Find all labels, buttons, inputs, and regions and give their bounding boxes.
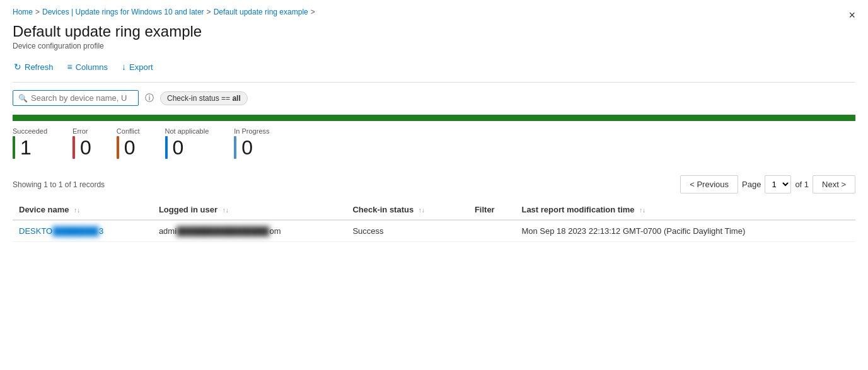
col-device-name-label: Device name	[19, 205, 69, 214]
col-last-report-time-sort[interactable]: ↑↓	[639, 207, 645, 214]
col-last-report-time-label: Last report modification time	[521, 205, 634, 214]
breadcrumb-sep-2: >	[207, 8, 211, 16]
cell-filter	[468, 220, 516, 242]
stat-in-progress-bar	[234, 136, 236, 159]
stats-row: Succeeded 1 Error 0 Conflict 0 Not appli…	[13, 127, 855, 165]
page-title: Default update ring example	[13, 23, 855, 40]
last-report-time-value: Mon Sep 18 2023 22:13:12 GMT-0700 (Pacif…	[521, 226, 745, 236]
logged-in-user-suffix: om	[269, 226, 281, 236]
stat-not-applicable-value: 0	[173, 137, 184, 158]
device-name-blurred: ████████	[52, 226, 99, 236]
page-subtitle: Device configuration profile	[13, 42, 855, 50]
search-input[interactable]	[31, 93, 133, 103]
stat-succeeded-label: Succeeded	[13, 127, 47, 135]
device-name-link[interactable]: DESKTO████████3	[19, 226, 103, 236]
stat-not-applicable-label: Not applicable	[165, 127, 209, 135]
device-name-suffix: 3	[99, 226, 103, 236]
stat-error: Error 0	[72, 127, 91, 159]
pagination-row: Showing 1 to 1 of 1 records < Previous P…	[13, 175, 855, 194]
col-logged-in-user: Logged in user ↑↓	[153, 200, 347, 220]
progress-bar	[13, 115, 855, 121]
stat-in-progress: In Progress 0	[234, 127, 269, 159]
col-check-in-status-label: Check-in status	[352, 205, 414, 214]
stat-error-value: 0	[80, 137, 91, 158]
export-button[interactable]: ↓ Export	[120, 59, 154, 74]
search-icon: 🔍	[18, 94, 28, 103]
col-filter: Filter	[468, 200, 516, 220]
table-header-row: Device name ↑↓ Logged in user ↑↓ Check-i…	[13, 200, 855, 220]
col-logged-in-user-label: Logged in user	[159, 205, 217, 214]
stat-conflict-bar	[117, 136, 119, 159]
col-check-in-status: Check-in status ↑↓	[346, 200, 468, 220]
stat-error-label: Error	[72, 127, 88, 135]
stat-succeeded: Succeeded 1	[13, 127, 47, 159]
table-row: DESKTO████████3 admi████████████████om S…	[13, 220, 855, 242]
of-label: of 1	[795, 180, 809, 189]
export-icon: ↓	[122, 62, 126, 72]
pagination-controls: < Previous Page 1 of 1 Next >	[680, 175, 855, 194]
col-filter-label: Filter	[475, 205, 495, 214]
col-device-name: Device name ↑↓	[13, 200, 153, 220]
refresh-label: Refresh	[25, 62, 54, 72]
stat-conflict: Conflict 0	[117, 127, 140, 159]
logged-in-user-blurred: ████████████████	[176, 226, 269, 236]
stat-in-progress-label: In Progress	[234, 127, 269, 135]
col-logged-in-user-sort[interactable]: ↑↓	[223, 207, 229, 214]
records-info: Showing 1 to 1 of 1 records	[13, 180, 105, 189]
stat-conflict-label: Conflict	[117, 127, 140, 135]
col-last-report-time: Last report modification time ↑↓	[515, 200, 855, 220]
page-select[interactable]: 1	[765, 175, 791, 194]
toolbar: ↻ Refresh ≡ Columns ↓ Export	[13, 59, 855, 83]
search-box-container: 🔍	[13, 90, 139, 106]
logged-in-user-visible: admi	[159, 226, 176, 236]
stat-conflict-value: 0	[124, 137, 136, 158]
cell-check-in-status: Success	[346, 220, 468, 242]
columns-label: Columns	[76, 62, 108, 72]
next-button[interactable]: Next >	[813, 175, 855, 194]
export-label: Export	[129, 62, 153, 72]
info-icon[interactable]: ⓘ	[145, 93, 154, 104]
data-table: Device name ↑↓ Logged in user ↑↓ Check-i…	[13, 200, 855, 242]
stat-not-applicable-bar	[165, 136, 168, 159]
breadcrumb-devices[interactable]: Devices | Update rings for Windows 10 an…	[42, 8, 204, 16]
breadcrumb-sep-3: >	[311, 8, 315, 16]
stat-not-applicable: Not applicable 0	[165, 127, 209, 159]
cell-last-report-time: Mon Sep 18 2023 22:13:12 GMT-0700 (Pacif…	[515, 220, 855, 242]
breadcrumb: Home > Devices | Update rings for Window…	[13, 8, 855, 16]
stat-succeeded-bar	[13, 136, 15, 159]
col-device-name-sort[interactable]: ↑↓	[74, 207, 80, 214]
breadcrumb-sep-1: >	[35, 8, 40, 16]
columns-button[interactable]: ≡ Columns	[66, 59, 109, 74]
stat-error-bar	[72, 136, 75, 159]
filter-bar: 🔍 ⓘ Check-in status == all	[13, 90, 855, 106]
breadcrumb-current[interactable]: Default update ring example	[214, 8, 308, 16]
close-button[interactable]: ×	[848, 9, 855, 22]
filter-badge[interactable]: Check-in status == all	[160, 91, 248, 105]
cell-device-name: DESKTO████████3	[13, 220, 153, 242]
device-name-visible: DESKTO	[19, 226, 52, 236]
col-check-in-status-sort[interactable]: ↑↓	[419, 207, 425, 214]
refresh-button[interactable]: ↻ Refresh	[13, 59, 55, 74]
previous-button[interactable]: < Previous	[680, 175, 738, 194]
check-in-status-value: Success	[352, 226, 383, 236]
breadcrumb-home[interactable]: Home	[13, 8, 33, 16]
cell-logged-in-user: admi████████████████om	[153, 220, 347, 242]
stat-succeeded-value: 1	[20, 137, 32, 158]
refresh-icon: ↻	[14, 62, 21, 72]
page-label: Page	[742, 180, 761, 189]
stat-in-progress-value: 0	[241, 137, 253, 158]
columns-icon: ≡	[67, 62, 72, 72]
